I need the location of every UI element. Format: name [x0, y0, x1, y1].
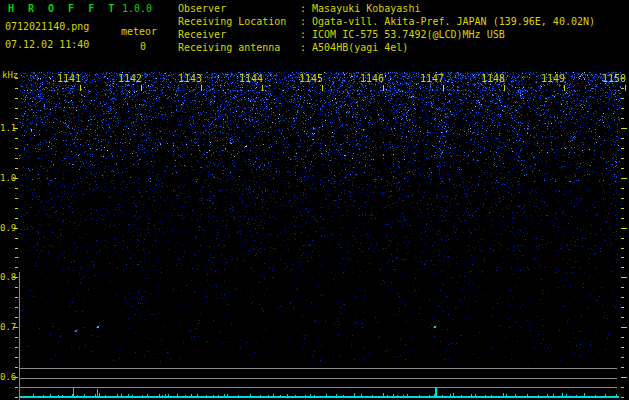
observer-info-block: Observer: Masayuki KobayashiReceiving Lo… — [178, 2, 595, 54]
freq-minor-tick — [15, 218, 18, 219]
freq-minor-tick — [15, 98, 18, 99]
time-tick-label: 1150 — [602, 74, 626, 84]
spectrogram-canvas — [19, 72, 621, 400]
freq-minor-tick-right — [621, 297, 624, 298]
freq-minor-tick — [15, 267, 18, 268]
time-tick-mark — [262, 85, 263, 91]
freq-minor-tick — [15, 188, 18, 189]
freq-minor-tick-right — [621, 218, 624, 219]
info-value: Masayuki Kobayashi — [312, 3, 420, 14]
time-tick-label: 1149 — [541, 74, 565, 84]
freq-minor-tick-right — [621, 397, 624, 398]
time-tick-label: 1146 — [360, 74, 384, 84]
time-tick-mark — [322, 85, 323, 91]
freq-minor-tick-right — [621, 88, 624, 89]
info-separator: : — [300, 29, 312, 40]
time-tick-label: 1147 — [420, 74, 444, 84]
freq-minor-tick-right — [621, 307, 624, 308]
freq-minor-tick — [15, 367, 18, 368]
freq-minor-tick-right — [621, 367, 624, 368]
time-tick-mark — [443, 85, 444, 91]
info-value: ICOM IC-575 53.7492(@LCD)MHz USB — [312, 29, 505, 40]
freq-minor-tick-right — [621, 108, 624, 109]
freq-minor-tick — [15, 357, 18, 358]
freq-minor-tick-right — [621, 267, 624, 268]
info-value: Ogata-vill. Akita-Pref. JAPAN (139.96E, … — [312, 16, 595, 27]
info-label: Receiver — [178, 28, 300, 41]
time-tick-mark — [141, 85, 142, 91]
freq-minor-tick-right — [621, 357, 624, 358]
time-tick-mark — [201, 85, 202, 91]
freq-minor-tick — [15, 307, 18, 308]
freq-tick-label: 0.6 — [0, 373, 14, 382]
freq-minor-tick — [15, 397, 18, 398]
time-tick-mark — [383, 85, 384, 91]
freq-minor-tick — [15, 168, 18, 169]
freq-tick-label: 0.7 — [0, 323, 14, 332]
app-title: H R O F F T — [8, 3, 118, 14]
info-value: A504HB(yagi 4el) — [312, 42, 408, 53]
info-separator: : — [300, 3, 312, 14]
freq-minor-tick — [15, 287, 18, 288]
freq-minor-tick — [15, 138, 18, 139]
time-tick-mark — [504, 85, 505, 91]
freq-minor-tick — [15, 297, 18, 298]
freq-major-tick-right — [621, 128, 627, 129]
freq-minor-tick-right — [621, 148, 624, 149]
freq-major-tick-right — [621, 277, 627, 278]
freq-minor-tick — [15, 257, 18, 258]
info-separator: : — [300, 42, 312, 53]
freq-minor-tick — [15, 148, 18, 149]
freq-minor-tick — [15, 317, 18, 318]
time-tick-mark — [80, 85, 81, 91]
freq-tick-label: 1.1 — [0, 124, 14, 133]
freq-minor-tick-right — [621, 158, 624, 159]
app-version: 1.0.0 — [122, 3, 152, 14]
info-label: Observer — [178, 2, 300, 15]
freq-major-tick-right — [621, 178, 627, 179]
freq-minor-tick-right — [621, 317, 624, 318]
freq-minor-tick-right — [621, 198, 624, 199]
info-label: Receiving antenna — [178, 41, 300, 54]
time-tick-label: 1145 — [299, 74, 323, 84]
freq-minor-tick — [15, 198, 18, 199]
freq-minor-tick — [15, 248, 18, 249]
freq-minor-tick-right — [621, 337, 624, 338]
freq-minor-tick — [15, 238, 18, 239]
freq-minor-tick — [15, 108, 18, 109]
observer-info-row: Receiving Location: Ogata-vill. Akita-Pr… — [178, 15, 595, 28]
capture-filename: 0712021140.png — [5, 21, 89, 32]
time-tick-label: 1144 — [239, 74, 263, 84]
freq-minor-tick — [15, 118, 18, 119]
freq-minor-tick-right — [621, 287, 624, 288]
freq-minor-tick — [15, 387, 18, 388]
time-tick-mark — [625, 85, 626, 91]
info-separator: : — [300, 16, 312, 27]
freq-major-tick-right — [621, 377, 627, 378]
freq-tick-label: 0.9 — [0, 224, 14, 233]
time-tick-label: 1148 — [481, 74, 505, 84]
time-tick-mark — [564, 85, 565, 91]
meteor-counter-label: meteor — [121, 26, 157, 37]
freq-minor-tick — [15, 208, 18, 209]
freq-minor-tick — [15, 78, 18, 79]
observer-info-row: Receiver: ICOM IC-575 53.7492(@LCD)MHz U… — [178, 28, 595, 41]
freq-minor-tick — [15, 158, 18, 159]
freq-major-tick-right — [621, 327, 627, 328]
observer-info-row: Observer: Masayuki Kobayashi — [178, 2, 595, 15]
freq-minor-tick-right — [621, 208, 624, 209]
meteor-counter-value: 0 — [140, 41, 146, 52]
freq-minor-tick-right — [621, 188, 624, 189]
info-label: Receiving Location — [178, 15, 300, 28]
freq-minor-tick — [15, 88, 18, 89]
freq-minor-tick-right — [621, 118, 624, 119]
freq-minor-tick-right — [621, 347, 624, 348]
hrofft-window: H R O F F T 1.0.0 0712021140.png meteor … — [0, 0, 629, 400]
freq-minor-tick-right — [621, 257, 624, 258]
freq-minor-tick — [15, 337, 18, 338]
time-tick-label: 1142 — [118, 74, 142, 84]
freq-minor-tick-right — [621, 168, 624, 169]
freq-minor-tick-right — [621, 98, 624, 99]
time-tick-label: 1141 — [57, 74, 81, 84]
freq-minor-tick-right — [621, 248, 624, 249]
